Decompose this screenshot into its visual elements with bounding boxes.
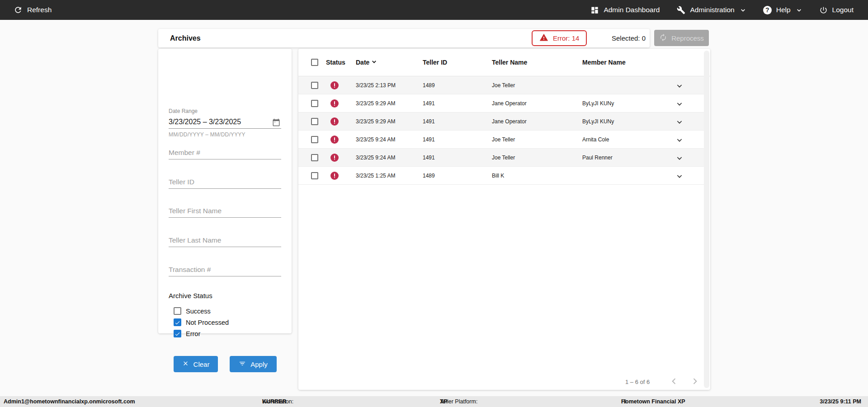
admin-dashboard-link[interactable]: Admin Dashboard <box>590 6 660 14</box>
archives-table: Status Date Teller ID Teller Name Member… <box>298 49 710 390</box>
apply-button[interactable]: Apply <box>230 356 277 372</box>
paginator: 1 – 6 of 6 <box>625 377 699 387</box>
error-status-icon <box>330 117 339 126</box>
help-label: Help <box>776 6 791 14</box>
cell-date: 3/23/25 9:29 AM <box>356 112 395 131</box>
chevron-right-icon <box>690 377 699 387</box>
row-checkbox[interactable] <box>311 100 318 107</box>
apply-label: Apply <box>250 360 268 368</box>
expand-chevron-icon[interactable] <box>675 81 684 91</box>
fi-value: Hometown Financial XP <box>621 396 685 407</box>
checkbox-checked-icon <box>174 330 181 337</box>
clear-button[interactable]: Clear <box>174 356 218 372</box>
reprocess-button[interactable]: Reprocess <box>654 30 709 46</box>
warning-triangle-icon <box>539 33 548 44</box>
error-status-icon <box>330 154 339 162</box>
column-header-teller-name[interactable]: Teller Name <box>492 49 527 76</box>
next-page-button[interactable] <box>690 377 699 387</box>
expand-chevron-icon[interactable] <box>675 135 684 145</box>
logout-button[interactable]: Logout <box>819 6 854 14</box>
cell-date: 3/23/25 9:29 AM <box>356 94 395 112</box>
cell-member-name: ByLyJI KUNy <box>582 112 614 131</box>
column-header-date-label: Date <box>356 49 369 76</box>
page-header: Archives Error: 14 Selected: 0 <box>158 29 650 47</box>
workstation-value: KURRER <box>262 396 286 407</box>
row-checkbox[interactable] <box>311 136 318 143</box>
table-row[interactable]: 3/23/25 9:29 AM 1491 Jane Operator ByLyJ… <box>298 94 704 112</box>
row-checkbox[interactable] <box>311 154 318 161</box>
table-row[interactable]: 3/23/25 9:29 AM 1491 Jane Operator ByLyJ… <box>298 112 704 131</box>
wrench-icon <box>677 6 685 14</box>
row-checkbox[interactable] <box>311 82 318 89</box>
checkbox-not-processed[interactable]: Not Processed <box>174 318 229 326</box>
column-header-date[interactable]: Date <box>356 49 377 76</box>
checkbox-checked-icon <box>174 318 181 326</box>
error-status-icon <box>330 136 339 144</box>
table-row[interactable]: 3/23/25 9:24 AM 1491 Joe Teller Paul Ren… <box>298 149 704 167</box>
cell-teller-name: Bill K <box>492 167 504 185</box>
archive-status-label: Archive Status <box>169 292 212 299</box>
expand-chevron-icon[interactable] <box>675 153 684 163</box>
cell-teller-name: Joe Teller <box>492 131 515 149</box>
cell-teller-id: 1489 <box>423 76 435 94</box>
refresh-icon <box>14 5 23 14</box>
logout-label: Logout <box>832 6 854 14</box>
date-range-label: Date Range <box>169 108 198 114</box>
teller-id-input[interactable] <box>169 177 281 189</box>
help-icon <box>763 6 772 14</box>
checkbox-error-label: Error <box>186 330 200 337</box>
platform-value: XP <box>440 396 448 407</box>
table-header-row: Status Date Teller ID Teller Name Member… <box>298 49 710 76</box>
teller-first-name-input[interactable] <box>169 206 281 218</box>
checkbox-not-processed-label: Not Processed <box>186 319 229 326</box>
cell-date: 3/23/25 9:24 AM <box>356 131 395 149</box>
sort-descending-icon <box>371 49 377 76</box>
transaction-number-input[interactable] <box>169 264 281 276</box>
help-menu[interactable]: Help <box>763 6 802 14</box>
expand-chevron-icon[interactable] <box>675 99 684 109</box>
cell-teller-name: Jane Operator <box>492 112 527 131</box>
member-number-input[interactable] <box>169 147 281 159</box>
expand-chevron-icon[interactable] <box>675 117 684 127</box>
cell-teller-id: 1491 <box>423 131 435 149</box>
column-header-status[interactable]: Status <box>326 49 345 76</box>
teller-last-name-input[interactable] <box>169 235 281 247</box>
chevron-down-icon <box>740 7 746 13</box>
cell-date: 3/23/25 1:25 AM <box>356 167 395 185</box>
error-status-icon <box>330 172 339 180</box>
cell-member-name: Arnita Cole <box>582 131 609 149</box>
table-row[interactable]: 3/23/25 9:24 AM 1491 Joe Teller Arnita C… <box>298 131 704 149</box>
administration-menu[interactable]: Administration <box>677 6 745 14</box>
error-status-icon <box>330 99 339 108</box>
checkbox-error[interactable]: Error <box>174 330 200 337</box>
row-checkbox[interactable] <box>311 118 318 125</box>
expand-chevron-icon[interactable] <box>675 171 684 181</box>
checkbox-success-label: Success <box>186 308 211 315</box>
refresh-button[interactable]: Refresh <box>14 5 52 14</box>
previous-page-button[interactable] <box>670 377 679 387</box>
filters-panel: Date Range MM/DD/YYYY – MM/DD/YYYY Archi… <box>158 49 292 333</box>
date-range-helper: MM/DD/YYYY – MM/DD/YYYY <box>169 131 245 138</box>
calendar-icon[interactable] <box>272 118 280 128</box>
dashboard-icon <box>590 6 599 14</box>
checkbox-icon <box>174 307 181 315</box>
table-scrollbar[interactable] <box>704 51 709 388</box>
chevron-down-icon <box>796 7 802 13</box>
cell-date: 3/23/25 9:24 AM <box>356 149 395 167</box>
error-count-badge[interactable]: Error: 14 <box>532 30 587 46</box>
filter-icon <box>239 360 246 369</box>
checkbox-success[interactable]: Success <box>174 307 211 315</box>
reprocess-label: Reprocess <box>671 34 704 42</box>
table-row[interactable]: 3/23/25 1:25 AM 1489 Bill K <box>298 167 704 185</box>
column-header-teller-id[interactable]: Teller ID <box>423 49 447 76</box>
cell-teller-name: Joe Teller <box>492 149 515 167</box>
date-range-input[interactable] <box>169 117 281 129</box>
select-all-checkbox[interactable] <box>311 59 318 66</box>
status-bar: Admin1@hometownfinancialxp.onmicrosoft.c… <box>0 396 868 407</box>
table-row[interactable]: 3/23/25 2:13 PM 1489 Joe Teller <box>298 76 704 94</box>
column-header-member-name[interactable]: Member Name <box>582 49 626 76</box>
error-status-icon <box>330 81 339 89</box>
row-checkbox[interactable] <box>311 172 318 179</box>
selected-count-label: Selected: 0 <box>612 29 646 47</box>
cell-teller-id: 1491 <box>423 112 435 131</box>
